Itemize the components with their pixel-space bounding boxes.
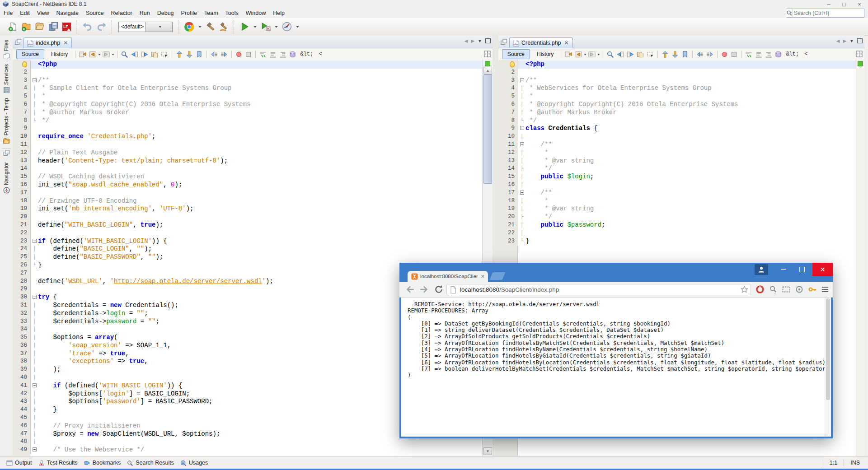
browser-scrollbar[interactable]	[825, 298, 831, 437]
browser-tab-close-icon[interactable]: ✕	[481, 274, 485, 279]
comment-lines-button[interactable]	[259, 51, 267, 58]
statusbar-window-output[interactable]: Output	[6, 460, 32, 466]
debug-button[interactable]	[261, 22, 271, 32]
scroll-tabs-left-icon[interactable]: ◀	[836, 38, 840, 43]
undo-button[interactable]	[82, 22, 93, 32]
scroll-tabs-right-icon[interactable]: ▶	[843, 38, 846, 43]
shift-line-right-button[interactable]	[706, 51, 713, 58]
bookmark-star-icon[interactable]	[741, 286, 748, 293]
maximize-pane-icon[interactable]	[857, 38, 863, 43]
browser-minimize-button[interactable]	[774, 263, 793, 276]
find-next-icon[interactable]	[627, 51, 634, 58]
toggle-bookmark-icon[interactable]	[681, 51, 689, 58]
statusbar-window-usages[interactable]: Usages	[180, 460, 208, 466]
macro-start-icon[interactable]	[721, 51, 728, 58]
previous-occurrence-button[interactable]	[662, 51, 669, 58]
scroll-thumb[interactable]	[483, 74, 492, 184]
caret-button[interactable]	[198, 22, 202, 31]
sidebar-item-projects-temp[interactable]: Projects - Temp	[0, 98, 13, 144]
previous-occurrence-button[interactable]	[176, 51, 183, 58]
redo-button[interactable]	[96, 22, 107, 32]
toggle-highlight-icon[interactable]	[637, 51, 644, 58]
caret-button[interactable]	[296, 22, 300, 31]
back-icon[interactable]	[89, 51, 96, 58]
shift-line-left-icon[interactable]	[696, 51, 704, 58]
source-view-button[interactable]: Source	[502, 49, 530, 59]
split-editor-icon[interactable]	[484, 51, 491, 57]
search-icon[interactable]	[786, 9, 793, 17]
macro-stop-button[interactable]	[245, 51, 252, 58]
jump-last-edit-button[interactable]	[79, 51, 86, 58]
find-selection-icon[interactable]	[607, 51, 614, 58]
indent-left-icon[interactable]	[755, 51, 762, 58]
config-combobox[interactable]: <default>▼	[118, 22, 173, 32]
statusbar-window-test-results[interactable]: Test Results	[38, 460, 78, 466]
jump-last-edit-icon[interactable]	[79, 51, 86, 58]
inspect-members-icon[interactable]	[289, 51, 296, 58]
shift-line-right-icon[interactable]	[221, 51, 228, 58]
services-icon[interactable]	[3, 87, 10, 93]
back-icon[interactable]	[405, 284, 415, 294]
new-tab-button[interactable]	[490, 272, 506, 280]
menu-file[interactable]: File	[0, 9, 16, 18]
error-stripe[interactable]	[856, 60, 864, 456]
jump-last-edit-icon[interactable]	[565, 51, 572, 58]
open-project-button[interactable]	[35, 22, 45, 32]
rect-selection-icon[interactable]	[647, 51, 654, 58]
browser-tab[interactable]: localhost:8080/SoapClient ✕	[408, 271, 488, 282]
save-all-button[interactable]	[48, 22, 58, 32]
navigator-icon[interactable]	[3, 187, 10, 194]
search-input[interactable]	[793, 9, 865, 17]
forward-icon[interactable]	[419, 284, 429, 294]
previous-occurrence-icon[interactable]	[176, 51, 183, 58]
indent-left-button[interactable]	[755, 51, 762, 58]
caret-icon[interactable]	[274, 22, 278, 31]
indent-right-button[interactable]	[279, 51, 286, 58]
source-view-button[interactable]: Source	[16, 49, 44, 59]
menu-tools[interactable]: Tools	[222, 9, 242, 18]
scroll-tabs-left-icon[interactable]: ◀	[464, 38, 468, 43]
profile-icon[interactable]	[282, 22, 292, 32]
indent-right-icon[interactable]	[279, 51, 286, 58]
toggle-bookmark-icon[interactable]	[196, 51, 203, 58]
test-results-icon[interactable]	[38, 460, 45, 466]
fold-toggle-icon[interactable]	[31, 293, 38, 302]
shift-line-left-button[interactable]	[211, 51, 218, 58]
statusbar-window-bookmarks[interactable]: Bookmarks	[84, 460, 121, 466]
debug-icon[interactable]	[261, 22, 271, 32]
build-icon[interactable]	[206, 22, 216, 32]
fold-toggle-icon[interactable]	[31, 382, 38, 390]
find-selection-button[interactable]	[121, 51, 128, 58]
forward-icon[interactable]	[103, 51, 110, 58]
find-previous-icon[interactable]	[617, 51, 624, 58]
usages-icon[interactable]	[180, 460, 187, 466]
dropdown-caret-icon[interactable]	[111, 51, 115, 58]
profile-button[interactable]	[282, 22, 292, 32]
run-icon[interactable]	[239, 22, 249, 32]
fold-toggle-icon[interactable]	[31, 77, 38, 85]
extension-search-icon[interactable]	[769, 285, 778, 294]
find-previous-button[interactable]	[131, 51, 138, 58]
menu-run[interactable]: Run	[136, 9, 154, 18]
tab-credentials-php[interactable]: php Credentials.php ✕	[509, 37, 573, 48]
sidebar-item-navigator[interactable]: Navigator	[0, 162, 13, 194]
rect-selection-button[interactable]	[647, 51, 654, 58]
macro-stop-icon[interactable]	[245, 51, 252, 58]
find-next-button[interactable]	[141, 51, 148, 58]
extension-password-key-icon[interactable]	[808, 285, 817, 294]
comment-lines-button[interactable]	[745, 51, 752, 58]
menu-profile[interactable]: Profile	[178, 9, 201, 18]
indent-right-button[interactable]	[765, 51, 772, 58]
menu-source[interactable]: Source	[82, 9, 108, 18]
browser-select-button[interactable]	[184, 22, 194, 32]
projects-icon[interactable]	[3, 138, 10, 144]
toggle-highlight-button[interactable]	[637, 51, 644, 58]
macro-start-icon[interactable]	[235, 51, 242, 58]
macro-stop-icon[interactable]	[731, 51, 737, 58]
window-maximize-button[interactable]: □	[836, 0, 852, 8]
bookmarks-icon[interactable]	[84, 460, 90, 466]
menu-help[interactable]: Help	[269, 9, 288, 18]
next-occurrence-button[interactable]	[186, 51, 193, 58]
menu-navigate[interactable]: Navigate	[53, 9, 82, 18]
menu-debug[interactable]: Debug	[154, 9, 178, 18]
